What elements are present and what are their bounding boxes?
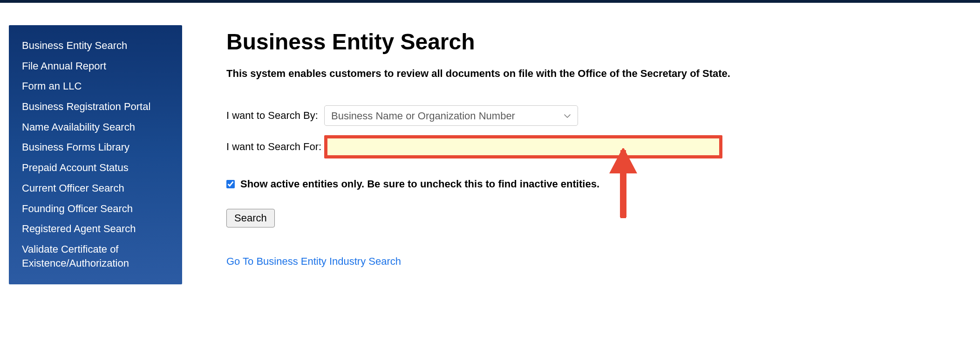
search-for-highlight [324, 135, 722, 158]
sidebar-item-registered-agent-search[interactable]: Registered Agent Search [9, 219, 182, 239]
page-container: Business Entity Search File Annual Repor… [0, 3, 980, 284]
industry-link-row: Go To Business Entity Industry Search [226, 255, 980, 268]
page-subtitle: This system enables customers to review … [226, 68, 980, 80]
sidebar-item-form-an-llc[interactable]: Form an LLC [9, 76, 182, 96]
sidebar-item-file-annual-report[interactable]: File Annual Report [9, 56, 182, 76]
search-by-select-wrap: Business Name or Organization Number [324, 105, 578, 126]
sidebar-item-validate-certificate[interactable]: Validate Certificate of Existence/Author… [9, 239, 182, 273]
main-content: Business Entity Search This system enabl… [226, 25, 980, 284]
sidebar-item-founding-officer-search[interactable]: Founding Officer Search [9, 199, 182, 219]
search-by-label: I want to Search By: [226, 110, 324, 122]
search-button[interactable]: Search [226, 209, 275, 227]
sidebar-item-current-officer-search[interactable]: Current Officer Search [9, 178, 182, 199]
sidebar-item-business-forms-library[interactable]: Business Forms Library [9, 137, 182, 158]
sidebar: Business Entity Search File Annual Repor… [9, 25, 182, 284]
active-only-label: Show active entities only. Be sure to un… [240, 178, 599, 190]
search-by-row: I want to Search By: Business Name or Or… [226, 105, 980, 126]
search-for-input[interactable] [327, 138, 719, 155]
search-for-label: I want to Search For: [226, 141, 324, 153]
sidebar-item-prepaid-account-status[interactable]: Prepaid Account Status [9, 158, 182, 178]
sidebar-item-name-availability-search[interactable]: Name Availability Search [9, 117, 182, 138]
active-only-row: Show active entities only. Be sure to un… [226, 178, 980, 190]
page-title: Business Entity Search [226, 29, 980, 55]
search-by-select[interactable]: Business Name or Organization Number [324, 105, 578, 126]
sidebar-item-business-entity-search[interactable]: Business Entity Search [9, 35, 182, 56]
active-only-checkbox[interactable] [226, 180, 235, 188]
sidebar-item-business-registration-portal[interactable]: Business Registration Portal [9, 96, 182, 117]
industry-search-link[interactable]: Go To Business Entity Industry Search [226, 255, 401, 267]
search-for-row: I want to Search For: [226, 135, 980, 158]
